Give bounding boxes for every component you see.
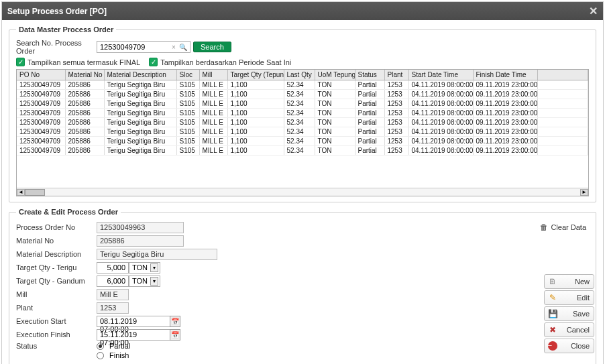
cancel-button[interactable]: ✖Cancel [544,322,594,337]
cell: Terigu Segitiga Biru [104,109,176,118]
cell: 12530049709 [17,109,65,118]
search-button[interactable]: Search [193,42,231,52]
field-po-no: 12530049963 [97,222,184,233]
cell: 1,100 [227,80,284,90]
search-icon[interactable]: 🔍 [179,44,187,51]
cell: 52.34 [284,118,315,127]
trash-icon: 🗑 [540,223,548,232]
table-row[interactable]: 12530049709205886Terigu Segitiga BiruS10… [17,109,588,118]
clear-search-icon[interactable]: × [172,44,176,51]
scroll-right-icon[interactable]: ► [580,189,588,196]
radio-icon [97,343,104,350]
cell: 52.34 [284,109,315,118]
scroll-left-icon[interactable]: ◄ [17,189,25,196]
col-header[interactable]: Start Date Time [408,70,473,80]
cell: MILL E [199,109,227,118]
select-uom-terigu[interactable]: TON▾ [129,262,160,274]
label-exec-start: Execution Start [16,317,97,325]
input-tgt-gandum[interactable]: 6,000 [97,276,129,287]
cell: Partial [355,99,384,109]
col-header[interactable]: UoM Tepung [315,70,355,80]
cell: 04.11.2019 08:00:00 [408,146,473,156]
col-header[interactable]: Material No [65,70,104,80]
col-header[interactable]: Sloc [176,70,199,80]
table-row[interactable]: 12530049709205886Terigu Segitiga BiruS10… [17,80,588,90]
cell: TON [315,109,355,118]
table-row[interactable]: 12530049709205886Terigu Segitiga BiruS10… [17,99,588,109]
cell: 205886 [65,127,104,137]
new-button[interactable]: 🗎New [544,274,594,289]
chk-current-period[interactable]: ✓Tampilkan berdasarkan Periode Saat Ini [149,58,291,66]
cell: 12530049709 [17,90,65,99]
horizontal-scrollbar[interactable]: ◄ ► [17,188,588,196]
col-header[interactable]: Mill [199,70,227,80]
cell: 205886 [65,118,104,127]
col-header[interactable]: PO No [17,70,65,80]
cell: 205886 [65,80,104,90]
scroll-thumb[interactable] [25,189,45,196]
clear-data-button[interactable]: 🗑 Clear Data [540,223,586,232]
col-header[interactable]: Material Description [104,70,176,80]
cell: 09.11.2019 23:00:00 [473,99,537,109]
cell: 52.34 [284,90,315,99]
close-icon[interactable]: ✕ [589,5,598,17]
action-buttons: 🗎New ✎Edit 💾Save ✖Cancel –Close [544,274,594,353]
col-header[interactable]: Last Qty [284,70,315,80]
col-header[interactable]: Plant [384,70,408,80]
save-icon: 💾 [547,308,558,319]
cell: 04.11.2019 08:00:00 [408,127,473,137]
cell: 1253 [384,137,408,146]
table-row[interactable]: 12530049709205886Terigu Segitiga BiruS10… [17,90,588,99]
calendar-icon[interactable]: 📅 [170,329,180,341]
table-row[interactable]: 12530049709205886Terigu Segitiga BiruS10… [17,146,588,156]
cell: 12530049709 [17,137,65,146]
chevron-down-icon: ▾ [150,263,158,272]
chk-show-final[interactable]: ✓Tampilkan semua termasuk FINAL [16,58,140,66]
radio-partial[interactable]: Partial [97,342,130,350]
label-tgt-terigu: Target Qty - Terigu [16,263,97,271]
save-button[interactable]: 💾Save [544,306,594,321]
cell: MILL E [199,146,227,156]
input-tgt-terigu[interactable]: 5,000 [97,262,129,274]
cell: 205886 [65,109,104,118]
search-input[interactable]: 12530049709 × 🔍 [97,41,190,53]
cell: 205886 [65,99,104,109]
cell: Terigu Segitiga Biru [104,99,176,109]
cell: 1253 [384,146,408,156]
cell: 1253 [384,90,408,99]
grid[interactable]: PO NoMaterial NoMaterial DescriptionSloc… [16,69,589,196]
table-row[interactable]: 12530049709205886Terigu Segitiga BiruS10… [17,118,588,127]
close-button[interactable]: –Close [544,339,594,353]
col-header[interactable]: Target Qty (Tepung) [227,70,284,80]
cell: 1253 [384,80,408,90]
label-plant: Plant [16,304,97,312]
calendar-icon[interactable]: 📅 [170,316,180,327]
cell: 09.11.2019 23:00:00 [473,90,537,99]
col-header[interactable]: Finish Date Time [473,70,537,80]
cell: MILL E [199,80,227,90]
label-status: Status [16,342,97,350]
cell: 1253 [384,99,408,109]
cell: Terigu Segitiga Biru [104,137,176,146]
input-exec-start[interactable]: 08.11.2019 07:00:00 [97,316,170,327]
search-value: 12530049709 [100,43,145,51]
cell: 52.34 [284,137,315,146]
label-po-no: Process Order No [16,223,97,231]
table-row[interactable]: 12530049709205886Terigu Segitiga BiruS10… [17,127,588,137]
cell: S105 [176,146,199,156]
cell: Partial [355,80,384,90]
select-uom-gandum[interactable]: TON▾ [129,276,160,287]
chevron-down-icon: ▾ [150,277,158,286]
label-exec-finish: Execution Finish [16,330,97,339]
cell: 04.11.2019 08:00:00 [408,80,473,90]
cell: 1,100 [227,146,284,156]
cell: Partial [355,127,384,137]
cell: 09.11.2019 23:00:00 [473,118,537,127]
input-exec-finish[interactable]: 15.11.2019 07:00:00 [97,329,170,341]
radio-finish[interactable]: Finish [97,351,130,359]
edit-button[interactable]: ✎Edit [544,290,594,305]
table-row[interactable]: 12530049709205886Terigu Segitiga BiruS10… [17,137,588,146]
col-header[interactable]: Status [355,70,384,80]
new-icon: 🗎 [547,276,558,287]
cell: 09.11.2019 23:00:00 [473,80,537,90]
